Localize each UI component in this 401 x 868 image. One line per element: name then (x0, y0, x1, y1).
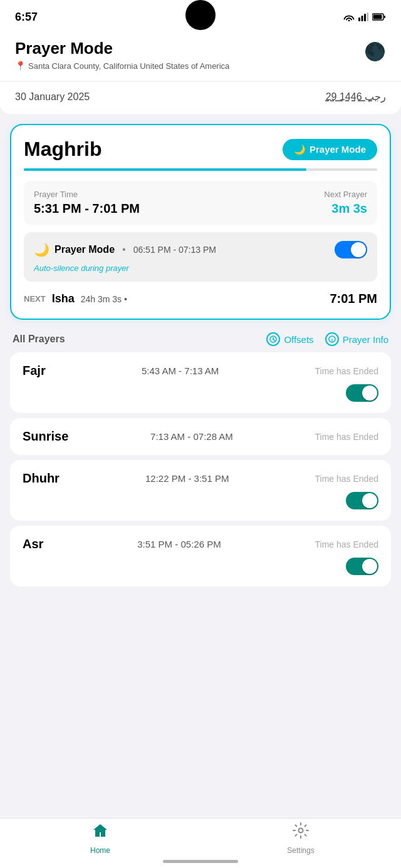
prayer-item-dhuhr: Dhuhr 12:22 PM - 3:51 PM Time has Ended (10, 460, 391, 521)
asr-name: Asr (23, 537, 43, 551)
dhuhr-time: 12:22 PM - 3:51 PM (145, 473, 229, 484)
pm-label: Prayer Mode (55, 244, 115, 255)
prayer-time-info: Prayer Time 5:31 PM - 7:01 PM Next Praye… (24, 181, 377, 225)
header-left: Prayer Mode 📍 Santa Clara County, Califo… (15, 39, 229, 71)
fajr-top: Fajr 5:43 AM - 7:13 AM Time has Ended (23, 364, 378, 378)
dhuhr-name: Dhuhr (23, 471, 60, 486)
app-title: Prayer Mode (15, 39, 229, 58)
pm-moon-icon: 🌙 (34, 242, 49, 257)
fajr-toggle[interactable] (346, 384, 378, 402)
all-prayers-label: All Prayers (13, 334, 65, 345)
sunrise-time: 7:13 AM - 07:28 AM (150, 431, 233, 442)
progress-bar-bg (24, 168, 377, 171)
prayer-item-fajr: Fajr 5:43 AM - 7:13 AM Time has Ended (10, 352, 391, 413)
pm-time-range: 06:51 PM - 07:13 PM (133, 245, 216, 255)
location-row: 📍 Santa Clara County, California United … (15, 61, 229, 71)
location-icon: 📍 (15, 61, 26, 71)
prayer-mode-toggle[interactable] (335, 241, 367, 258)
offsets-icon (266, 332, 280, 346)
svg-rect-0 (358, 18, 360, 21)
prayer-card-header: Maghrib 🌙 Prayer Mode (24, 138, 377, 161)
svg-rect-6 (384, 16, 385, 18)
home-label: Home (90, 846, 110, 855)
pm-dot: • (122, 244, 126, 255)
prayer-info-button[interactable]: i Prayer Info (325, 332, 388, 346)
fajr-bottom (23, 384, 378, 402)
prayer-time-row: Prayer Time 5:31 PM - 7:01 PM Next Praye… (34, 190, 367, 216)
svg-rect-1 (362, 16, 363, 21)
next-left: NEXT Isha 24h 3m 3s • (24, 292, 127, 305)
svg-rect-5 (373, 15, 382, 19)
next-prayer-countdown: 3m 3s (324, 202, 367, 216)
current-prayer-card: Maghrib 🌙 Prayer Mode Prayer Time 5:31 P… (10, 124, 391, 320)
settings-label: Settings (287, 846, 314, 855)
status-bar: 6:57 (0, 0, 401, 31)
prayer-time-value: 5:31 PM - 7:01 PM (34, 202, 140, 216)
next-prayer-label: Next Prayer (324, 190, 367, 199)
dhuhr-toggle[interactable] (346, 492, 378, 509)
prayer-item-asr: Asr 3:51 PM - 05:26 PM Time has Ended (10, 526, 391, 586)
badge-moon-icon: 🌙 (294, 144, 306, 155)
asr-bottom (23, 558, 378, 575)
offsets-button[interactable]: Offsets (266, 332, 313, 346)
next-countdown: 24h 3m 3s • (81, 294, 127, 304)
theme-moon-icon[interactable]: 🌑 (364, 41, 386, 62)
prayer-mode-badge[interactable]: 🌙 Prayer Mode (283, 139, 377, 160)
home-indicator (163, 860, 238, 863)
next-prayer-time-value: 7:01 PM (330, 292, 377, 306)
bottom-spacer (0, 586, 401, 649)
next-tag: NEXT (24, 294, 46, 304)
prayer-info-label: Prayer Info (343, 334, 388, 345)
battery-icon (372, 13, 386, 21)
sunrise-name: Sunrise (23, 429, 68, 444)
prayer-time-left: Prayer Time 5:31 PM - 7:01 PM (34, 190, 140, 216)
next-prayer-name: Isha (52, 292, 75, 305)
all-prayers-actions: Offsets i Prayer Info (266, 332, 388, 346)
auto-silence-text: Auto-silence during prayer (34, 263, 367, 273)
signal-icon (358, 13, 368, 21)
sunrise-top: Sunrise 7:13 AM - 07:28 AM Time has Ende… (23, 429, 378, 444)
nav-settings[interactable]: Settings (200, 819, 401, 858)
progress-bar-fill (24, 168, 306, 171)
notch (185, 0, 216, 30)
asr-status: Time has Ended (315, 539, 378, 549)
prayer-item-sunrise: Sunrise 7:13 AM - 07:28 AM Time has Ende… (10, 418, 391, 455)
status-time: 6:57 (15, 11, 38, 24)
gregorian-date: 30 January 2025 (15, 91, 90, 103)
dhuhr-status: Time has Ended (315, 474, 378, 484)
prayer-info-icon: i (325, 332, 339, 346)
asr-toggle[interactable] (346, 558, 378, 575)
svg-rect-2 (364, 14, 366, 21)
header: Prayer Mode 📍 Santa Clara County, Califo… (0, 31, 401, 81)
date-row: 30 January 2025 29 رجب 1446 (0, 82, 401, 114)
toggle-thumb (351, 242, 366, 257)
next-prayer-row: NEXT Isha 24h 3m 3s • 7:01 PM (24, 289, 377, 309)
svg-line-9 (273, 339, 275, 341)
offsets-label: Offsets (284, 334, 313, 345)
fajr-status: Time has Ended (315, 366, 378, 376)
asr-toggle-thumb (362, 559, 377, 574)
settings-icon (292, 822, 310, 844)
all-prayers-header: All Prayers Offsets i Prayer Info (0, 320, 401, 352)
pm-left: 🌙 Prayer Mode • 06:51 PM - 07:13 PM (34, 242, 216, 257)
asr-top: Asr 3:51 PM - 05:26 PM Time has Ended (23, 537, 378, 551)
fajr-toggle-thumb (362, 385, 377, 401)
badge-label: Prayer Mode (310, 144, 366, 155)
current-prayer-name: Maghrib (24, 138, 102, 161)
sunrise-status: Time has Ended (315, 432, 378, 442)
home-icon (91, 822, 109, 844)
next-prayer-right: Next Prayer 3m 3s (324, 190, 367, 216)
fajr-time: 5:43 AM - 7:13 AM (142, 365, 219, 376)
wifi-icon (343, 13, 355, 21)
asr-time: 3:51 PM - 05:26 PM (137, 539, 221, 549)
nav-home[interactable]: Home (0, 819, 200, 858)
svg-text:i: i (331, 337, 333, 343)
fajr-name: Fajr (23, 364, 46, 378)
pm-top: 🌙 Prayer Mode • 06:51 PM - 07:13 PM (34, 241, 367, 258)
svg-point-12 (299, 829, 303, 833)
status-icons (343, 13, 386, 21)
dhuhr-toggle-thumb (362, 493, 377, 508)
prayer-time-label: Prayer Time (34, 190, 140, 199)
svg-rect-3 (367, 13, 369, 21)
hijri-date[interactable]: 29 رجب 1446 (326, 91, 386, 103)
